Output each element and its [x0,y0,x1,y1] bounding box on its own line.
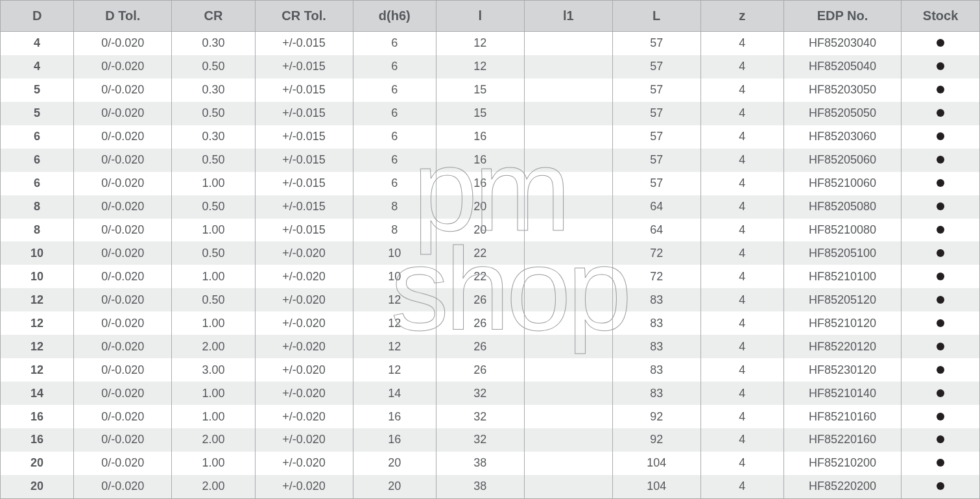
table-row: 140/-0.0201.00+/-0.0201432834HF85210140 [1,382,980,405]
cell-stock [902,172,980,195]
table-row: 120/-0.0200.50+/-0.0201226834HF85205120 [1,288,980,311]
cell-edp: HF85203040 [783,32,901,55]
cell-z: 4 [700,311,783,335]
cell-l: 26 [436,311,524,335]
cell-dtol: 0/-0.020 [74,428,172,452]
cell-d: 10 [1,265,74,288]
cell-dtol: 0/-0.020 [74,32,172,55]
cell-dtol: 0/-0.020 [74,405,172,428]
cell-dtol: 0/-0.020 [74,241,172,265]
cell-dh6: 6 [353,55,436,79]
cell-edp: HF85210060 [783,172,901,195]
cell-L: 57 [612,55,700,79]
cell-l1 [524,125,612,149]
cell-l: 20 [436,195,524,219]
cell-crtol: +/-0.015 [255,102,353,125]
cell-crtol: +/-0.015 [255,32,353,55]
cell-crtol: +/-0.015 [255,55,353,79]
cell-dh6: 12 [353,288,436,311]
cell-l1 [524,405,612,428]
cell-z: 4 [700,219,783,242]
cell-edp: HF85205080 [783,195,901,219]
cell-cr: 0.50 [172,102,255,125]
cell-z: 4 [700,428,783,452]
cell-z: 4 [700,288,783,311]
cell-l: 22 [436,265,524,288]
cell-cr: 1.00 [172,405,255,428]
cell-edp: HF85220160 [783,428,901,452]
table-row: 60/-0.0200.30+/-0.015616574HF85203060 [1,125,980,149]
stock-dot-icon [937,62,944,70]
cell-dtol: 0/-0.020 [74,288,172,311]
cell-dh6: 10 [353,241,436,265]
cell-dtol: 0/-0.020 [74,102,172,125]
cell-edp: HF85220120 [783,335,901,358]
cell-cr: 1.00 [172,311,255,335]
cell-crtol: +/-0.015 [255,172,353,195]
cell-crtol: +/-0.020 [255,265,353,288]
cell-cr: 0.50 [172,195,255,219]
stock-dot-icon [937,156,944,164]
cell-dh6: 8 [353,219,436,242]
cell-d: 12 [1,288,74,311]
table-row: 60/-0.0201.00+/-0.015616574HF85210060 [1,172,980,195]
stock-dot-icon [937,109,944,117]
table-row: 160/-0.0202.00+/-0.0201632924HF85220160 [1,428,980,452]
cell-crtol: +/-0.020 [255,428,353,452]
cell-stock [902,219,980,242]
table-row: 200/-0.0202.00+/-0.02020381044HF85220200 [1,475,980,499]
cell-stock [902,405,980,428]
cell-l: 16 [436,125,524,149]
cell-d: 10 [1,241,74,265]
cell-stock [902,428,980,452]
cell-dh6: 14 [353,382,436,405]
cell-stock [902,149,980,172]
cell-l1 [524,195,612,219]
cell-cr: 1.00 [172,172,255,195]
table-row: 50/-0.0200.50+/-0.015615574HF85205050 [1,102,980,125]
header-dtol: D Tol. [74,1,172,32]
spec-table: D D Tol. CR CR Tol. d(h6) l l1 L z EDP N… [0,0,980,499]
cell-dtol: 0/-0.020 [74,335,172,358]
table-row: 160/-0.0201.00+/-0.0201632924HF85210160 [1,405,980,428]
cell-crtol: +/-0.015 [255,195,353,219]
cell-l: 12 [436,32,524,55]
cell-stock [902,265,980,288]
cell-stock [902,452,980,475]
cell-l1 [524,172,612,195]
cell-l1 [524,358,612,382]
cell-edp: HF85210200 [783,452,901,475]
header-L: L [612,1,700,32]
cell-crtol: +/-0.015 [255,79,353,102]
cell-l: 16 [436,172,524,195]
cell-edp: HF85203060 [783,125,901,149]
cell-l1 [524,32,612,55]
cell-l1 [524,428,612,452]
cell-cr: 2.00 [172,335,255,358]
stock-dot-icon [937,366,944,374]
stock-dot-icon [937,413,944,420]
cell-z: 4 [700,55,783,79]
cell-dtol: 0/-0.020 [74,195,172,219]
cell-cr: 0.50 [172,149,255,172]
cell-dh6: 6 [353,32,436,55]
cell-d: 14 [1,382,74,405]
cell-z: 4 [700,195,783,219]
header-crtol: CR Tol. [255,1,353,32]
header-d: D [1,1,74,32]
cell-z: 4 [700,335,783,358]
cell-stock [902,475,980,499]
cell-edp: HF85205060 [783,149,901,172]
cell-cr: 1.00 [172,452,255,475]
cell-crtol: +/-0.020 [255,335,353,358]
cell-dtol: 0/-0.020 [74,79,172,102]
cell-dtol: 0/-0.020 [74,55,172,79]
cell-cr: 0.50 [172,55,255,79]
cell-stock [902,335,980,358]
cell-L: 83 [612,382,700,405]
header-cr: CR [172,1,255,32]
cell-dtol: 0/-0.020 [74,265,172,288]
cell-dh6: 20 [353,452,436,475]
cell-l1 [524,149,612,172]
cell-d: 6 [1,172,74,195]
